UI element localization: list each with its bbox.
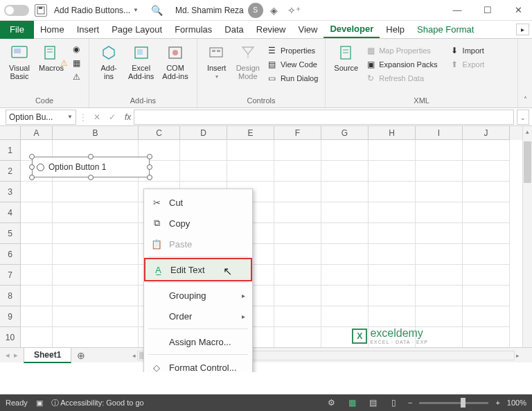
cell[interactable]: [274, 286, 321, 306]
cell[interactable]: [21, 286, 53, 306]
cell[interactable]: [463, 161, 510, 182]
cell[interactable]: [53, 327, 139, 348]
name-box-dropdown-icon[interactable]: ▼: [67, 114, 73, 120]
column-header[interactable]: F: [274, 126, 321, 140]
cell[interactable]: [369, 202, 416, 223]
sheet-tab-sheet1[interactable]: Sheet1: [24, 347, 71, 363]
minimize-icon[interactable]: —: [447, 5, 467, 15]
cell[interactable]: [274, 223, 321, 244]
ctx-cut[interactable]: ✂Cut: [144, 192, 252, 213]
avatar[interactable]: S: [248, 3, 263, 18]
cell[interactable]: [274, 202, 321, 223]
resize-handle[interactable]: [29, 175, 35, 180]
resize-handle[interactable]: [88, 175, 94, 180]
cell[interactable]: [21, 306, 53, 327]
zoom-out-icon[interactable]: −: [408, 399, 412, 407]
page-layout-view-icon[interactable]: ▤: [366, 397, 380, 408]
import-button[interactable]: ⬇Import: [447, 44, 486, 57]
option-button-control[interactable]: Option Button 1: [32, 157, 150, 177]
column-header[interactable]: G: [321, 126, 369, 140]
tab-help[interactable]: Help: [380, 21, 411, 37]
row-header[interactable]: 3: [0, 182, 21, 202]
cell[interactable]: [321, 244, 369, 265]
column-header[interactable]: D: [180, 126, 227, 140]
cell[interactable]: [463, 265, 510, 286]
cell[interactable]: [21, 265, 53, 286]
cell[interactable]: [463, 327, 510, 348]
cell[interactable]: [180, 140, 227, 161]
cell[interactable]: [463, 286, 510, 306]
row-header[interactable]: 5: [0, 223, 21, 244]
cell[interactable]: [321, 286, 369, 306]
relative-refs-button[interactable]: ▦: [69, 57, 83, 69]
cell[interactable]: [274, 306, 321, 327]
resize-handle[interactable]: [147, 175, 152, 180]
tab-formulas[interactable]: Formulas: [168, 21, 218, 37]
ctx-grouping[interactable]: Grouping▸: [144, 285, 252, 306]
select-all-corner[interactable]: [0, 126, 21, 140]
tab-file[interactable]: File: [0, 21, 34, 39]
resize-handle[interactable]: [88, 154, 94, 159]
row-header[interactable]: 6: [0, 244, 21, 265]
tab-shape-format[interactable]: Shape Format: [411, 21, 480, 37]
ctx-edit-text[interactable]: A̲ Edit Text ↖: [144, 258, 252, 281]
maximize-icon[interactable]: ☐: [478, 5, 497, 15]
cell[interactable]: [21, 327, 53, 348]
column-header[interactable]: A: [21, 126, 53, 140]
cell[interactable]: [53, 182, 139, 202]
cell[interactable]: [274, 244, 321, 265]
ctx-format-control[interactable]: ◇Format Control...: [144, 357, 252, 372]
scroll-left-icon[interactable]: ◂: [132, 352, 136, 359]
cell[interactable]: [21, 202, 53, 223]
cell[interactable]: [274, 161, 321, 182]
cell[interactable]: [321, 265, 369, 286]
expand-formula-icon[interactable]: ⌄: [517, 110, 529, 125]
tab-insert[interactable]: Insert: [71, 21, 106, 37]
cell[interactable]: [274, 140, 321, 161]
cell[interactable]: [274, 182, 321, 202]
cell[interactable]: [463, 223, 510, 244]
resize-handle[interactable]: [29, 154, 35, 159]
zoom-slider[interactable]: [419, 402, 488, 404]
vertical-scrollbar[interactable]: ▴ ▾: [522, 126, 532, 362]
cell[interactable]: [416, 182, 463, 202]
row-header[interactable]: 4: [0, 202, 21, 223]
row-header[interactable]: 1: [0, 140, 21, 161]
formula-input[interactable]: [134, 110, 514, 125]
resize-handle[interactable]: [147, 164, 152, 170]
name-box[interactable]: Option Bu... ▼: [6, 110, 76, 125]
zoom-in-icon[interactable]: +: [495, 399, 499, 407]
cell[interactable]: [321, 223, 369, 244]
cell[interactable]: [416, 202, 463, 223]
enter-formula-icon[interactable]: ✓: [105, 112, 119, 122]
cell[interactable]: [416, 244, 463, 265]
macros-button[interactable]: Macros ⚠: [36, 42, 66, 96]
record-macro-button[interactable]: ◉: [69, 43, 83, 55]
display-settings-icon[interactable]: ⚙: [325, 397, 339, 408]
cell[interactable]: [463, 182, 510, 202]
add-sheet-icon[interactable]: ⊕: [71, 350, 91, 361]
cancel-formula-icon[interactable]: ✕: [90, 112, 104, 122]
cell[interactable]: [53, 223, 139, 244]
cell[interactable]: [321, 306, 369, 327]
ctx-assign-macro[interactable]: Assign Macro...: [144, 331, 252, 352]
tab-page-layout[interactable]: Page Layout: [105, 21, 168, 37]
cell[interactable]: [369, 327, 416, 348]
tab-data[interactable]: Data: [218, 21, 249, 37]
cell[interactable]: [53, 265, 139, 286]
cell[interactable]: [274, 265, 321, 286]
macro-security-button[interactable]: ⚠: [69, 71, 83, 83]
run-dialog-button[interactable]: ▭Run Dialog: [265, 72, 319, 85]
title-dropdown-icon[interactable]: ▼: [133, 7, 139, 13]
zoom-level[interactable]: 100%: [507, 399, 526, 407]
cell[interactable]: [416, 286, 463, 306]
macro-rec-icon[interactable]: ▣: [36, 399, 43, 408]
wand-icon[interactable]: ✧⁺: [287, 5, 301, 16]
cell[interactable]: [53, 244, 139, 265]
row-header[interactable]: 7: [0, 265, 21, 286]
row-header[interactable]: 9: [0, 306, 21, 327]
excel-addins-button[interactable]: Excel Add-ins: [125, 42, 157, 96]
cell[interactable]: [21, 182, 53, 202]
search-icon[interactable]: 🔍: [151, 5, 163, 16]
source-button[interactable]: Source: [331, 42, 361, 96]
